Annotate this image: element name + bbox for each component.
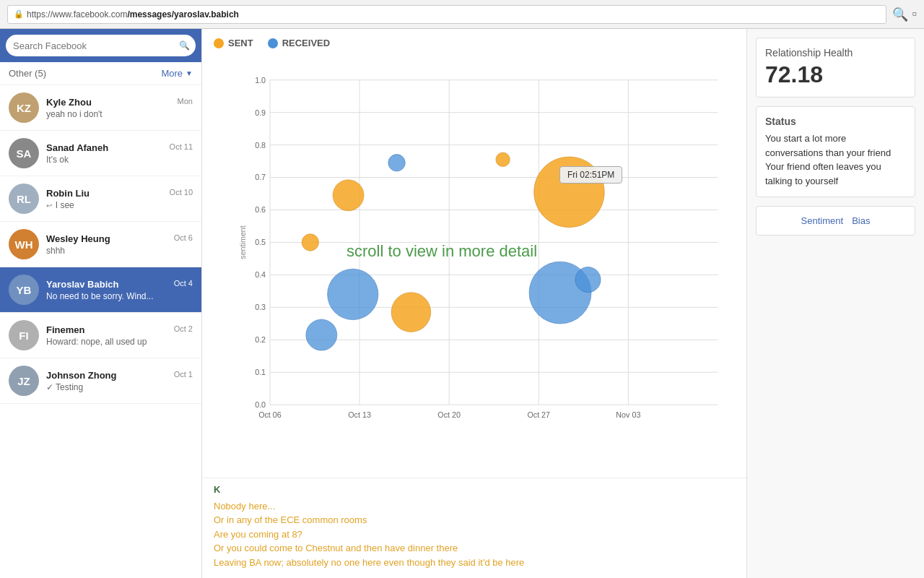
svg-point-39	[328, 269, 378, 319]
status-title: Status	[765, 116, 906, 127]
contact-item-yaroslav-babich[interactable]: YB Yaroslav Babich Oct 4 No need to be s…	[0, 267, 201, 313]
contact-preview: ↩ I see	[46, 200, 193, 210]
status-card: Status You start a lot more conversation…	[756, 106, 915, 197]
svg-text:Oct 06: Oct 06	[258, 410, 282, 419]
contact-date: Oct 1	[174, 370, 193, 381]
contact-item-johnson-zhong[interactable]: JZ Johnson Zhong Oct 1 ✓ Testing	[0, 358, 201, 404]
contact-date: Mon	[178, 97, 193, 108]
svg-text:0.3: 0.3	[255, 303, 266, 311]
search-input[interactable]	[6, 35, 196, 56]
chart-area: SENT RECEIVED 1.00.90.80.70.60.50.40.30.…	[202, 29, 747, 578]
status-text: You start a lot more conversations than …	[765, 131, 906, 188]
links-card: Sentiment Bias	[756, 206, 915, 236]
message-line: Nobody here...	[214, 499, 735, 514]
svg-point-42	[575, 267, 601, 293]
svg-text:Oct 27: Oct 27	[527, 410, 550, 419]
svg-point-35	[391, 293, 431, 332]
message-sender-label: K	[214, 484, 735, 495]
browser-icons: 🔍 ▫	[892, 7, 917, 22]
avatar: WH	[9, 229, 39, 259]
health-title: Relationship Health	[765, 47, 906, 59]
svg-text:Nov 03: Nov 03	[616, 410, 640, 419]
contact-date: Oct 6	[174, 233, 193, 244]
contact-preview: ✓ Testing	[46, 382, 193, 392]
legend-sent: SENT	[214, 38, 253, 48]
svg-text:0.2: 0.2	[255, 335, 266, 344]
contact-info: Kyle Zhou Mon yeah no i don't	[46, 97, 193, 119]
health-value: 72.18	[765, 61, 906, 88]
received-dot	[268, 38, 278, 48]
contact-preview: Howard: nope, all used up	[46, 337, 193, 347]
avatar: YB	[9, 275, 39, 305]
address-bar[interactable]: 🔒 https://www.facebook.com/messages/yaro…	[7, 5, 886, 24]
contact-item-robin-liu[interactable]: RL Robin Liu Oct 10 ↩ I see	[0, 176, 201, 222]
avatar: SA	[9, 138, 39, 168]
message-line: Or you could come to Chestnut and then h…	[214, 541, 735, 556]
contact-info: Yaroslav Babich Oct 4 No need to be sorr…	[46, 279, 193, 301]
svg-text:sentiment: sentiment	[238, 225, 247, 259]
contact-date: Oct 11	[170, 142, 193, 153]
health-card: Relationship Health 72.18	[756, 38, 915, 98]
reader-icon: ▫	[912, 7, 917, 22]
contact-name: Yaroslav Babich	[46, 279, 118, 290]
contact-item-finemen[interactable]: FI Finemen Oct 2 Howard: nope, all used …	[0, 313, 201, 358]
avatar: RL	[9, 184, 39, 214]
message-line: Or in any of the ECE common rooms	[214, 513, 735, 527]
sidebar-more-button[interactable]: More ▼	[161, 68, 193, 79]
secure-icon: 🔒	[14, 9, 24, 19]
zoom-icon: 🔍	[892, 7, 908, 22]
message-lines: Nobody here...Or in any of the ECE commo…	[214, 499, 735, 570]
svg-text:0.8: 0.8	[255, 141, 266, 150]
contact-item-kyle-zhou[interactable]: KZ Kyle Zhou Mon yeah no i don't	[0, 85, 201, 131]
contact-preview: shhh	[46, 246, 193, 256]
contact-name: Kyle Zhou	[46, 97, 92, 108]
contact-name: Finemen	[46, 324, 84, 335]
contact-info: Finemen Oct 2 Howard: nope, all used up	[46, 324, 193, 347]
contact-info: Robin Liu Oct 10 ↩ I see	[46, 188, 193, 210]
chevron-down-icon: ▼	[186, 69, 193, 77]
avatar: FI	[9, 320, 39, 350]
avatar: KZ	[9, 92, 39, 123]
browser-bar: 🔒 https://www.facebook.com/messages/yaro…	[0, 0, 924, 29]
contact-preview: No need to be sorry. Wind...	[46, 291, 193, 301]
svg-point-33	[302, 234, 318, 251]
sidebar-search-bar[interactable]: 🔍	[0, 29, 201, 62]
svg-point-37	[496, 152, 510, 167]
contact-info: Johnson Zhong Oct 1 ✓ Testing	[46, 370, 193, 392]
sidebar: 🔍 Other (5) More ▼ KZ Kyle Zhou Mon yeah…	[0, 29, 202, 578]
sidebar-header: Other (5) More ▼	[0, 62, 201, 85]
sentiment-link[interactable]: Sentiment	[801, 215, 844, 226]
contact-name: Sanad Afaneh	[46, 142, 108, 153]
bias-link[interactable]: Bias	[852, 215, 870, 226]
avatar: JZ	[9, 366, 39, 396]
message-line: Are you coming at 8?	[214, 527, 735, 542]
svg-text:0.9: 0.9	[255, 108, 266, 117]
contact-item-wesley-heung[interactable]: WH Wesley Heung Oct 6 shhh	[0, 222, 201, 267]
svg-text:0.4: 0.4	[255, 270, 266, 279]
svg-point-36	[534, 157, 605, 228]
contact-name: Johnson Zhong	[46, 370, 116, 381]
contact-info: Sanad Afaneh Oct 11 It's ok	[46, 142, 193, 165]
svg-point-38	[306, 319, 337, 350]
svg-text:0.0: 0.0	[255, 400, 266, 409]
chart-svg: 1.00.90.80.70.60.50.40.30.20.10.0Oct 06O…	[238, 54, 732, 459]
sent-dot	[214, 38, 224, 48]
bubble-chart[interactable]: 1.00.90.80.70.60.50.40.30.20.10.0Oct 06O…	[202, 54, 746, 478]
svg-text:Oct 20: Oct 20	[437, 410, 461, 419]
message-line: Leaving BA now; absolutely no one here e…	[214, 556, 735, 570]
contact-item-sanad-afaneh[interactable]: SA Sanad Afaneh Oct 11 It's ok	[0, 131, 201, 176]
legend-received: RECEIVED	[268, 38, 330, 48]
svg-text:0.1: 0.1	[255, 368, 266, 376]
right-panel: Relationship Health 72.18 Status You sta…	[747, 29, 924, 578]
contact-list: KZ Kyle Zhou Mon yeah no i don't SA Sana…	[0, 85, 201, 578]
search-icon: 🔍	[179, 40, 190, 51]
contact-preview: It's ok	[46, 155, 193, 165]
svg-text:0.5: 0.5	[255, 238, 266, 246]
svg-point-40	[388, 155, 405, 171]
message-area: K Nobody here...Or in any of the ECE com…	[202, 478, 746, 579]
sidebar-other-label: Other (5)	[9, 68, 46, 79]
svg-text:0.6: 0.6	[255, 205, 266, 214]
url-text: https://www.facebook.com/messages/yarosl…	[27, 9, 239, 20]
contact-name: Wesley Heung	[46, 233, 110, 244]
contact-preview: yeah no i don't	[46, 109, 193, 119]
